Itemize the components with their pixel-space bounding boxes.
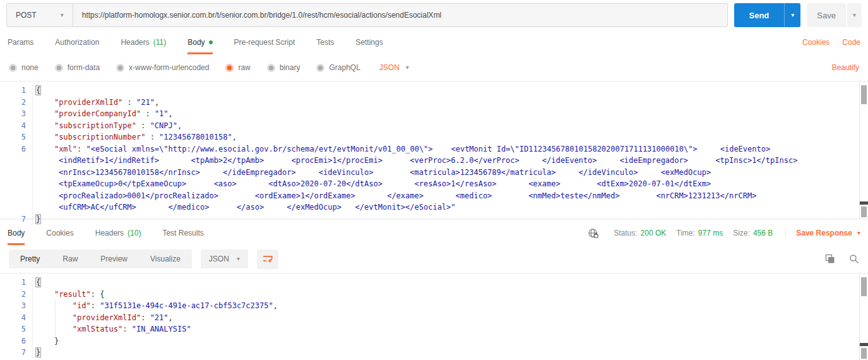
tab-headers[interactable]: Headers(11) [121, 30, 166, 54]
json-key: "providerXmlId" [54, 98, 122, 107]
scrollbar-corner [860, 343, 868, 346]
line-number: 7 [0, 347, 33, 359]
line-number: 2 [0, 289, 33, 301]
wrap-lines-button[interactable] [257, 249, 278, 269]
request-links: CookiesCode [790, 30, 860, 54]
method-select[interactable]: POST ▾ [7, 4, 73, 27]
save-response-button[interactable]: Save Response ▾ [785, 229, 860, 237]
code-text: { [36, 278, 40, 287]
language-label: JSON [379, 63, 400, 72]
line-number: 3 [0, 108, 33, 120]
scrollbar-thumb[interactable] [861, 348, 867, 359]
line-content: { [33, 277, 857, 289]
save-button[interactable]: Save [807, 3, 846, 27]
view-tab-preview[interactable]: Preview [89, 249, 139, 268]
editor-line: 2 "providerXmlId" : "21", [0, 97, 868, 109]
line-content: "xmlStatus": "IN_ANALYSIS" [33, 323, 857, 335]
radio-label: binary [280, 63, 300, 72]
json-key: "id" [73, 301, 91, 310]
view-tab-raw[interactable]: Raw [51, 249, 89, 268]
code-text [36, 98, 54, 107]
request-editor-scrollbar[interactable] [859, 81, 868, 219]
code-text: , [232, 133, 237, 141]
response-body-editor[interactable]: 1{2 "result": {3 "id": "31f5131e-494c-49… [0, 273, 868, 360]
body-type-raw[interactable]: raw [225, 63, 250, 72]
code-text [36, 325, 73, 333]
json-string: "IN_ANALYSIS" [132, 325, 191, 333]
code-text: : [136, 121, 150, 130]
code-text: } [36, 348, 40, 357]
body-type-graphql[interactable]: GraphQL [316, 63, 360, 72]
line-content: } [33, 213, 857, 225]
radio-icon [267, 64, 275, 72]
line-number: 4 [0, 312, 33, 324]
url-group: POST ▾ https://platform-homologx.senior.… [6, 3, 728, 27]
line-number: 4 [0, 120, 33, 132]
tab-pre-request-script[interactable]: Pre-request Script [234, 30, 295, 54]
tab-label: Headers [121, 38, 149, 47]
tab-label: Body [8, 229, 25, 237]
body-type-options: noneform-datax-www-form-urlencodedrawbin… [9, 63, 377, 72]
json-string: "1" [155, 109, 169, 118]
cookies-link[interactable]: Cookies [802, 38, 829, 47]
send-button-group: Send ▾ [734, 3, 801, 27]
code-text: , [273, 301, 278, 310]
line-content: "subscriptionType" : "CNPJ", [33, 120, 857, 132]
save-options-button[interactable]: ▾ [846, 3, 862, 27]
json-string: "CNPJ" [150, 121, 177, 130]
code-text: , [169, 109, 173, 118]
metric-label: Size: [733, 229, 750, 237]
tab-label: Test Results [162, 229, 203, 237]
tab-params[interactable]: Params [8, 30, 33, 54]
copy-icon [825, 254, 835, 264]
code-link[interactable]: Code [842, 38, 860, 47]
json-key: "xml" [54, 145, 77, 153]
body-type-form-data[interactable]: form-data [55, 63, 100, 72]
metric-label: Time: [676, 229, 695, 237]
tab-label: Settings [355, 38, 383, 47]
copy-response-button[interactable] [825, 254, 835, 264]
scrollbar-thumb[interactable] [861, 85, 867, 104]
code-text: : [77, 145, 86, 153]
tab-body[interactable]: Body [187, 30, 212, 54]
save-response-label: Save Response [796, 229, 852, 237]
line-number: 5 [0, 323, 33, 335]
tab-settings[interactable]: Settings [355, 30, 383, 54]
url-input[interactable]: https://platform-homologx.senior.com.br/… [73, 11, 727, 20]
scrollbar-thumb[interactable] [861, 207, 867, 217]
response-language-label: JSON [209, 255, 229, 263]
json-key: "result" [54, 290, 91, 299]
response-editor-scrollbar[interactable] [859, 273, 868, 360]
radio-label: GraphQL [329, 63, 360, 72]
metric-value: 977 ms [698, 229, 723, 237]
editor-line: 1{ [0, 85, 868, 97]
chevron-down-icon: ▾ [237, 256, 240, 262]
body-type-none[interactable]: none [9, 63, 39, 72]
tab-tests[interactable]: Tests [316, 30, 334, 54]
send-button[interactable]: Send [734, 3, 785, 27]
request-body-editor[interactable]: 1{2 "providerXmlId" : "21",3 "providerCo… [0, 81, 868, 219]
tab-label: Authorization [55, 38, 99, 47]
network-lock-icon [588, 228, 598, 239]
json-string: "31f5131e-494c-491e-ac17-cbf53c7c2375" [100, 301, 273, 310]
code-text: } [36, 337, 59, 345]
tab-label: Body [187, 38, 205, 47]
tab-label: Params [8, 38, 33, 47]
tab-authorization[interactable]: Authorization [55, 30, 99, 54]
language-dropdown[interactable]: JSON ▾ [379, 63, 409, 72]
view-tab-pretty[interactable]: Pretty [9, 249, 51, 268]
chevron-down-icon: ▾ [61, 12, 64, 18]
radio-label: none [21, 63, 39, 72]
view-tab-visualize[interactable]: Visualize [139, 249, 192, 268]
scrollbar-thumb[interactable] [861, 277, 867, 296]
beautify-link[interactable]: Beautify [832, 63, 859, 72]
request-tabs-list: ParamsAuthorizationHeaders(11)BodyPre-re… [8, 30, 405, 54]
response-language-dropdown[interactable]: JSON ▾ [201, 249, 248, 268]
request-tabs: ParamsAuthorizationHeaders(11)BodyPre-re… [0, 30, 868, 54]
body-type-binary[interactable]: binary [267, 63, 300, 72]
body-type-x-www-form-urlencoded[interactable]: x-www-form-urlencoded [116, 63, 209, 72]
line-number: 5 [0, 131, 33, 143]
search-response-button[interactable] [849, 254, 859, 264]
send-options-button[interactable]: ▾ [784, 3, 800, 27]
body-has-content-dot [209, 40, 213, 44]
